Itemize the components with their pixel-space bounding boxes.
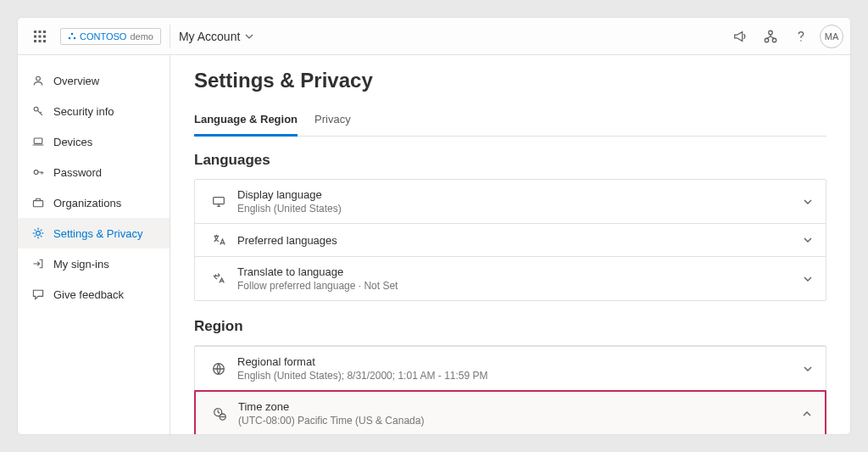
svg-point-21 (36, 232, 41, 236)
svg-rect-1 (39, 31, 42, 33)
row-label: Display language (237, 188, 802, 201)
languages-section-title: Languages (194, 152, 826, 169)
tab-label: Privacy (314, 113, 351, 126)
globe-icon (211, 361, 226, 377)
gear-icon (31, 226, 45, 240)
translate-swap-icon (211, 271, 226, 287)
app-frame: CONTOSO demo My Account MA Overview (17, 17, 851, 435)
sidebar-item-overview[interactable]: Overview (18, 65, 170, 96)
translate-to-language-row[interactable]: Translate to language Follow preferred l… (195, 256, 826, 300)
brand-badge[interactable]: CONTOSO demo (60, 28, 161, 45)
tabs: Language & Region Privacy (194, 108, 826, 137)
preferred-languages-row[interactable]: Preferred languages (195, 223, 826, 256)
chevron-down-icon (802, 234, 814, 246)
sidebar-item-devices[interactable]: Devices (18, 126, 170, 157)
translate-icon (211, 232, 226, 248)
account-label: My Account (179, 30, 240, 43)
brand-logo-icon (68, 32, 76, 41)
svg-point-9 (71, 32, 74, 35)
sidebar-item-label: Organizations (53, 197, 121, 209)
org-button[interactable] (755, 21, 786, 52)
megaphone-button[interactable] (725, 21, 755, 52)
person-icon (31, 74, 45, 87)
main-content: Settings & Privacy Language & Region Pri… (170, 55, 850, 434)
time-zone-row[interactable]: Time zone (UTC-08:00) Pacific Time (US &… (194, 390, 826, 434)
topbar: CONTOSO demo My Account MA (18, 18, 850, 55)
monitor-icon (211, 194, 226, 209)
svg-rect-20 (33, 201, 42, 207)
password-key-icon (31, 165, 45, 179)
svg-rect-2 (43, 31, 46, 33)
svg-point-10 (69, 36, 71, 39)
chevron-up-icon (801, 408, 813, 420)
row-label: Translate to language (237, 265, 802, 278)
app-launcher-button[interactable] (25, 21, 55, 52)
sidebar-item-label: Overview (53, 75, 99, 87)
svg-rect-8 (43, 40, 46, 42)
tab-language-region[interactable]: Language & Region (194, 108, 298, 137)
waffle-icon (33, 30, 47, 43)
row-sub: (UTC-08:00) Pacific Time (US & Canada) (238, 415, 801, 427)
laptop-icon (31, 135, 45, 148)
svg-point-12 (769, 31, 773, 35)
tab-privacy[interactable]: Privacy (314, 108, 351, 136)
brand-primary: CONTOSO (80, 31, 126, 42)
row-sub: Follow preferred language · Not Set (237, 280, 802, 292)
sidebar-item-organizations[interactable]: Organizations (18, 187, 170, 218)
body: Overview Security info Devices Password … (18, 55, 850, 434)
sidebar-item-my-signins[interactable]: My sign-ins (18, 248, 170, 279)
languages-card-group: Display language English (United States)… (194, 179, 826, 301)
sidebar-item-label: Security info (53, 105, 114, 118)
region-section-title: Region (194, 318, 826, 335)
svg-rect-6 (34, 40, 36, 42)
megaphone-icon (732, 29, 748, 44)
account-dropdown[interactable]: My Account (174, 30, 259, 43)
row-label: Regional format (237, 355, 802, 368)
svg-point-15 (800, 40, 801, 41)
sidebar-item-password[interactable]: Password (18, 157, 170, 187)
sidebar-item-label: Settings & Privacy (53, 227, 143, 240)
regional-format-row[interactable]: Regional format English (United States);… (195, 346, 826, 390)
sidebar-item-security-info[interactable]: Security info (18, 96, 170, 126)
page-title: Settings & Privacy (194, 69, 826, 92)
svg-point-19 (34, 170, 38, 175)
sidebar-item-give-feedback[interactable]: Give feedback (18, 279, 170, 310)
separator (170, 25, 170, 48)
avatar[interactable]: MA (820, 25, 843, 48)
chevron-down-icon (245, 32, 253, 41)
help-button[interactable] (786, 21, 816, 52)
svg-rect-5 (43, 35, 46, 37)
sidebar-item-label: My sign-ins (53, 258, 109, 271)
svg-rect-22 (214, 197, 225, 204)
brand-secondary: demo (130, 31, 153, 42)
display-language-row[interactable]: Display language English (United States) (195, 180, 826, 223)
briefcase-icon (31, 196, 45, 209)
svg-rect-7 (39, 40, 42, 42)
chevron-down-icon (802, 273, 814, 285)
clock-globe-icon (212, 406, 227, 421)
tab-label: Language & Region (194, 113, 298, 126)
svg-point-13 (765, 38, 769, 42)
svg-rect-4 (39, 35, 42, 37)
sidebar-item-settings-privacy[interactable]: Settings & Privacy (18, 218, 170, 248)
chevron-down-icon (802, 196, 814, 208)
org-chart-icon (763, 29, 778, 44)
sidebar-item-label: Devices (53, 136, 92, 148)
svg-point-16 (36, 76, 41, 81)
region-card-group: Regional format English (United States);… (194, 345, 826, 391)
sidebar: Overview Security info Devices Password … (18, 55, 170, 434)
svg-rect-18 (34, 138, 42, 143)
avatar-initials: MA (825, 31, 839, 42)
key-icon (31, 104, 45, 118)
sidebar-item-label: Password (53, 166, 102, 179)
svg-point-14 (772, 38, 776, 42)
row-sub: English (United States) (237, 203, 802, 215)
feedback-icon (31, 287, 45, 301)
row-sub: English (United States); 8/31/2000; 1:01… (237, 370, 802, 382)
svg-rect-0 (34, 31, 36, 33)
svg-rect-3 (34, 35, 36, 37)
question-icon (793, 29, 809, 44)
row-label: Time zone (238, 400, 801, 413)
sidebar-item-label: Give feedback (53, 288, 124, 301)
svg-point-11 (74, 36, 76, 39)
